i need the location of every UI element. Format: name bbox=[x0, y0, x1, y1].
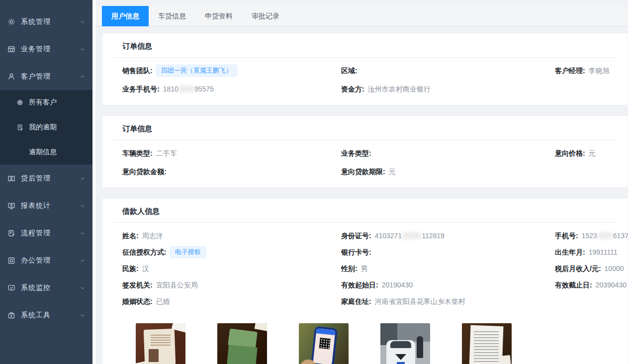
tab-user-info[interactable]: 用户信息 bbox=[102, 6, 149, 26]
field-label: 手机号: bbox=[555, 232, 578, 240]
field-business-type: 业务类型: bbox=[341, 147, 555, 159]
field-bank-card: 银行卡号: bbox=[341, 246, 555, 258]
field-value: 宜阳县公安局 bbox=[156, 281, 198, 289]
field-value: 汉 bbox=[142, 265, 149, 273]
chevron-down-icon bbox=[80, 230, 86, 236]
tab-car-loan-info[interactable]: 车贷信息 bbox=[149, 6, 195, 26]
field-label: 有效起始日: bbox=[341, 281, 378, 289]
sidebar-item-my-overdue[interactable]: 我的逾期 bbox=[0, 115, 92, 140]
field-intended-loan-amount: 意向贷款金额: bbox=[122, 166, 341, 178]
field-label: 姓名: bbox=[122, 232, 139, 240]
tab-loan-application-docs[interactable]: 申贷资料 bbox=[195, 6, 242, 26]
notebook-icon bbox=[16, 124, 23, 131]
sidebar-item-system-monitor[interactable]: 系统监控 bbox=[0, 274, 92, 301]
field-value: 10000 bbox=[605, 265, 624, 273]
sidebar-item-label: 贷后管理 bbox=[21, 174, 80, 183]
field-value: 181095575 bbox=[163, 85, 214, 93]
field-valid-from: 有效起始日:20190430 bbox=[341, 279, 555, 291]
field-value: 已婚 bbox=[156, 297, 170, 305]
field-value: 元 bbox=[589, 149, 596, 157]
field-value: 二手车 bbox=[156, 149, 177, 157]
chevron-down-icon bbox=[80, 285, 86, 291]
section-title: 订单信息 bbox=[122, 124, 152, 133]
field-region: 区域: bbox=[341, 65, 555, 77]
field-label: 车辆类型: bbox=[122, 149, 153, 157]
order-info-card-2: 订单信息 车辆类型:二手车 业务类型: 意向价格:元 意向贷款金额: 意向贷款期… bbox=[102, 115, 628, 188]
redaction-smudge bbox=[179, 86, 194, 92]
globe-icon bbox=[16, 99, 23, 106]
field-label: 区域: bbox=[341, 67, 358, 75]
sidebar-item-all-customers[interactable]: 所有客户 bbox=[0, 90, 92, 115]
field-gender: 性别:男 bbox=[341, 263, 555, 274]
field-value: 李晓旭 bbox=[589, 67, 610, 75]
chevron-down-icon bbox=[80, 312, 86, 318]
qr-auth-phone-photo[interactable]: 征信授权 bbox=[299, 323, 349, 364]
section-title: 借款人信息 bbox=[122, 207, 160, 215]
person-car-photo[interactable]: 人车合影 bbox=[380, 323, 430, 364]
tab-approval-records[interactable]: 审批记录 bbox=[242, 6, 289, 26]
credit-auth-tag[interactable]: 电子授权 bbox=[170, 246, 206, 258]
doc-edit-icon bbox=[7, 229, 15, 237]
field-mobile: 手机号:15236137 bbox=[555, 230, 628, 242]
field-label: 出生年月: bbox=[555, 248, 585, 256]
user-icon bbox=[7, 73, 15, 81]
qr-auth-phone-thumbnail[interactable] bbox=[299, 323, 349, 364]
id-card-photo[interactable]: 身份证 bbox=[136, 323, 185, 364]
sidebar-item-business-management[interactable]: 业务管理 bbox=[0, 35, 92, 63]
field-monthly-income: 税后月收入/元:10000 bbox=[555, 263, 628, 274]
sidebar-item-report-statistics[interactable]: 报表统计 bbox=[0, 192, 92, 219]
field-label: 业务手机号: bbox=[122, 85, 160, 93]
handwritten-doc-photo[interactable]: 其他材料 bbox=[462, 323, 512, 364]
field-value: 20190430 bbox=[382, 281, 413, 289]
sidebar-item-label: 系统监控 bbox=[21, 283, 80, 292]
field-label: 意向贷款金额: bbox=[122, 168, 167, 176]
card-header: 订单信息 bbox=[113, 116, 617, 140]
field-grid: 销售团队:四团一营（直属王鹏飞） 区域: 客户经理:李晓旭 业务手机号:1810… bbox=[102, 58, 628, 105]
field-birth-date: 出生年月:19911111 bbox=[555, 246, 628, 258]
field-business-phone: 业务手机号:181095575 bbox=[122, 83, 341, 95]
sidebar-item-label: 报表统计 bbox=[21, 201, 80, 210]
field-label: 签发机关: bbox=[122, 281, 153, 289]
license-booklet-thumbnail[interactable] bbox=[217, 323, 267, 364]
sidebar-item-customer-management[interactable]: 客户管理 bbox=[0, 63, 92, 90]
sidebar-item-system-management[interactable]: 系统管理 bbox=[0, 8, 92, 35]
field-label: 意向价格: bbox=[555, 149, 585, 157]
sales-team-tag[interactable]: 四团一营（直属王鹏飞） bbox=[156, 65, 237, 77]
sidebar-menu: 系统管理 业务管理 客户管理 所有客户 bbox=[0, 0, 92, 329]
field-funder: 资金方:汝州市农村商业银行 bbox=[341, 83, 555, 95]
license-booklet-photo[interactable]: 驾驶证正面 bbox=[217, 323, 267, 364]
field-label: 税后月收入/元: bbox=[555, 265, 601, 273]
field-sales-team: 销售团队:四团一营（直属王鹏飞） bbox=[122, 65, 341, 77]
borrower-info-card: 借款人信息 姓名:周志洋 身份证号:4103271112819 手机号:1523… bbox=[102, 198, 628, 364]
field-valid-to: 有效截止日:20390430 bbox=[555, 279, 628, 291]
field-empty bbox=[555, 295, 628, 307]
handwritten-doc-thumbnail[interactable] bbox=[462, 323, 512, 364]
sidebar-item-system-tools[interactable]: 系统工具 bbox=[0, 301, 92, 329]
chevron-down-icon bbox=[80, 176, 86, 182]
chevron-up-icon bbox=[80, 74, 86, 80]
field-label: 销售团队: bbox=[122, 67, 153, 75]
field-value: 河南省宜阳县花果山乡木柴村 bbox=[375, 297, 465, 305]
grid-icon bbox=[7, 45, 15, 53]
field-label: 征信授权方式: bbox=[122, 248, 167, 256]
redaction-smudge bbox=[598, 232, 613, 239]
sidebar-item-office-management[interactable]: 办公管理 bbox=[0, 247, 92, 274]
sidebar-item-post-loan-management[interactable]: 贷后管理 bbox=[0, 165, 92, 192]
field-name: 姓名:周志洋 bbox=[122, 230, 341, 242]
person-car-thumbnail[interactable] bbox=[380, 323, 430, 364]
sidebar-item-label: 系统工具 bbox=[21, 311, 80, 320]
field-id-number: 身份证号:4103271112819 bbox=[341, 230, 555, 242]
monitor-check-icon bbox=[7, 284, 15, 292]
field-intended-loan-term: 意向贷款期限:元 bbox=[341, 166, 555, 178]
field-issuing-authority: 签发机关:宜阳县公安局 bbox=[122, 279, 341, 291]
card-header: 订单信息 bbox=[113, 33, 617, 58]
chevron-down-icon bbox=[80, 203, 86, 209]
sidebar-item-process-management[interactable]: 流程管理 bbox=[0, 219, 92, 247]
field-ethnicity: 民族:汉 bbox=[122, 263, 341, 274]
redaction-smudge bbox=[402, 232, 421, 239]
field-label: 身份证号: bbox=[341, 232, 371, 240]
sidebar-content-divider bbox=[92, 0, 95, 364]
sidebar-item-label: 流程管理 bbox=[21, 229, 80, 238]
sidebar-item-overdue-info[interactable]: 逾期信息 bbox=[0, 140, 92, 165]
id-card-photo-thumbnail[interactable] bbox=[136, 323, 185, 364]
